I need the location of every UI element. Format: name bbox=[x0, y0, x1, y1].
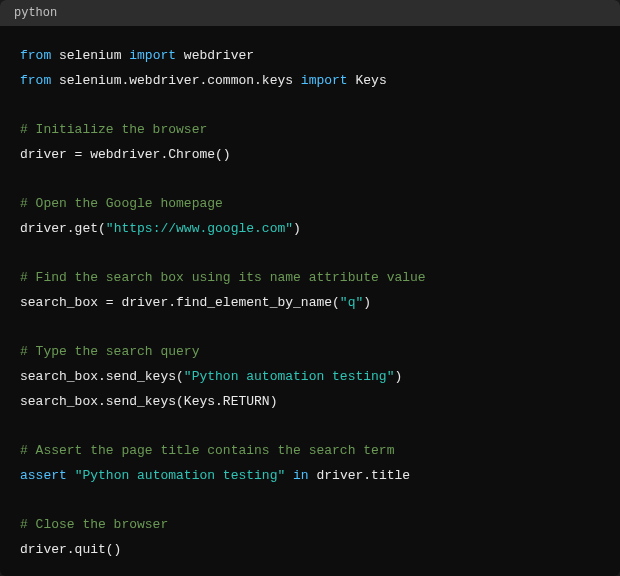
code-line: driver.quit() bbox=[20, 542, 121, 557]
comment: # Initialize the browser bbox=[20, 122, 207, 137]
code-block: python from selenium import webdriver fr… bbox=[0, 0, 620, 576]
code-line: ) bbox=[394, 369, 402, 384]
string: "https://www.google.com" bbox=[106, 221, 293, 236]
code-line: driver.title bbox=[309, 468, 410, 483]
code-body[interactable]: from selenium import webdriver from sele… bbox=[0, 26, 620, 576]
module: selenium.webdriver.common.keys bbox=[51, 73, 301, 88]
keyword-import: import bbox=[129, 48, 176, 63]
keyword-from: from bbox=[20, 73, 51, 88]
code-line: ) bbox=[293, 221, 301, 236]
code-header: python bbox=[0, 0, 620, 26]
comment: # Find the search box using its name att… bbox=[20, 270, 426, 285]
module: selenium bbox=[51, 48, 129, 63]
comment: # Open the Google homepage bbox=[20, 196, 223, 211]
module: webdriver bbox=[176, 48, 254, 63]
comment: # Type the search query bbox=[20, 344, 199, 359]
module: Keys bbox=[348, 73, 387, 88]
code-line: search_box.send_keys(Keys.RETURN) bbox=[20, 394, 277, 409]
keyword-import: import bbox=[301, 73, 348, 88]
string: "q" bbox=[340, 295, 363, 310]
space bbox=[67, 468, 75, 483]
comment: # Assert the page title contains the sea… bbox=[20, 443, 394, 458]
code-line: search_box = driver.find_element_by_name… bbox=[20, 295, 340, 310]
code-line: driver = webdriver.Chrome() bbox=[20, 147, 231, 162]
keyword-in: in bbox=[285, 468, 308, 483]
code-line: search_box.send_keys( bbox=[20, 369, 184, 384]
language-label: python bbox=[14, 6, 57, 20]
keyword-from: from bbox=[20, 48, 51, 63]
code-line: ) bbox=[363, 295, 371, 310]
comment: # Close the browser bbox=[20, 517, 168, 532]
string: "Python automation testing" bbox=[184, 369, 395, 384]
keyword-assert: assert bbox=[20, 468, 67, 483]
code-line: driver.get( bbox=[20, 221, 106, 236]
string: "Python automation testing" bbox=[75, 468, 286, 483]
